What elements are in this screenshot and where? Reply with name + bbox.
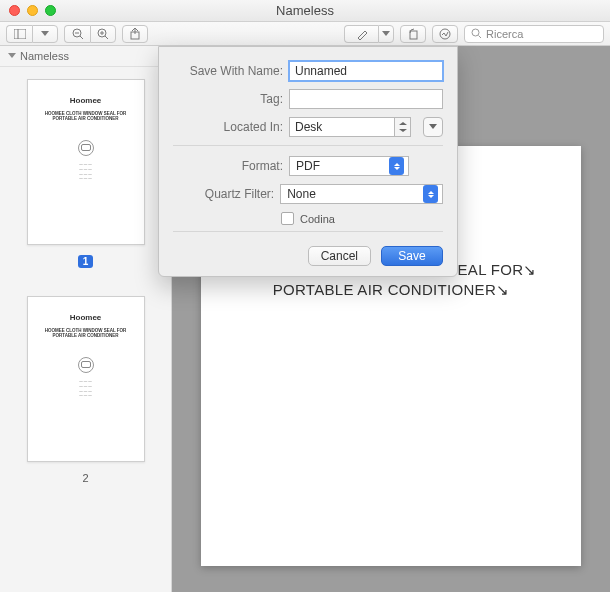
thumbnail-list: Hoomee HOOMEE CLOTH WINDOW SEAL FOR PORT… xyxy=(0,67,171,592)
thumbnail-page-2[interactable]: Hoomee HOOMEE CLOTH WINDOW SEAL FOR PORT… xyxy=(27,296,145,484)
thumb-subtitle: HOOMEE CLOTH WINDOW SEAL FOR PORTABLE AI… xyxy=(36,328,136,339)
search-field[interactable]: Ricerca xyxy=(464,25,604,43)
svg-line-7 xyxy=(105,36,108,39)
tag-input[interactable] xyxy=(289,89,443,109)
thumb-brand: Hoomee xyxy=(36,313,136,322)
thumb-icon xyxy=(78,357,94,373)
format-label: Format: xyxy=(173,159,283,173)
cancel-button[interactable]: Cancel xyxy=(308,246,371,266)
svg-marker-18 xyxy=(399,122,407,125)
svg-marker-17 xyxy=(8,53,16,58)
svg-line-4 xyxy=(80,36,83,39)
view-dropdown-button[interactable] xyxy=(32,25,58,43)
svg-marker-12 xyxy=(382,31,390,36)
svg-marker-2 xyxy=(41,31,49,36)
page-number-badge: 1 xyxy=(78,255,94,268)
svg-marker-19 xyxy=(399,129,407,132)
thumb-brand: Hoomee xyxy=(36,96,136,105)
sidebar-header[interactable]: Nameless xyxy=(0,46,171,67)
location-combo[interactable] xyxy=(289,117,395,137)
encrypt-label: Codina xyxy=(300,213,335,225)
annotate-dropdown-button[interactable] xyxy=(378,25,394,43)
tag-label: Tag: xyxy=(173,92,283,106)
sidebar-toggle-button[interactable] xyxy=(6,25,32,43)
svg-rect-13 xyxy=(410,31,417,39)
titlebar: Nameless xyxy=(0,0,610,22)
popup-arrows-icon xyxy=(389,157,404,175)
svg-rect-0 xyxy=(14,29,26,39)
thumb-text: — — —— — —— — —— — — xyxy=(36,162,136,182)
page-number: 2 xyxy=(27,472,145,484)
expand-location-button[interactable] xyxy=(423,117,443,137)
save-button[interactable]: Save xyxy=(381,246,443,266)
markup-toolbar-button[interactable] xyxy=(432,25,458,43)
window-title: Nameless xyxy=(0,3,610,18)
quartz-filter-value: None xyxy=(287,187,316,201)
divider xyxy=(173,231,443,232)
location-dropdown-icon[interactable] xyxy=(395,117,411,137)
format-popup[interactable]: PDF xyxy=(289,156,409,176)
encrypt-checkbox[interactable] xyxy=(281,212,294,225)
thumbnails-sidebar: Nameless Hoomee HOOMEE CLOTH WINDOW SEAL… xyxy=(0,46,172,592)
quartz-filter-label: Quartz Filter: xyxy=(173,187,274,201)
format-value: PDF xyxy=(296,159,320,173)
location-label: Located In: xyxy=(173,120,283,134)
svg-point-15 xyxy=(472,29,479,36)
zoom-group xyxy=(64,25,116,43)
zoom-in-button[interactable] xyxy=(90,25,116,43)
search-placeholder: Ricerca xyxy=(486,28,523,40)
toolbar: Ricerca xyxy=(0,22,610,46)
popup-arrows-icon xyxy=(423,185,438,203)
thumb-text: — — —— — —— — —— — — xyxy=(36,379,136,399)
save-name-label: Save With Name: xyxy=(173,64,283,78)
thumbnail-page-1[interactable]: Hoomee HOOMEE CLOTH WINDOW SEAL FOR PORT… xyxy=(27,79,145,268)
svg-line-16 xyxy=(479,36,482,39)
zoom-out-button[interactable] xyxy=(64,25,90,43)
thumb-icon xyxy=(78,140,94,156)
thumb-subtitle: HOOMEE CLOTH WINDOW SEAL FOR PORTABLE AI… xyxy=(36,111,136,122)
rotate-button[interactable] xyxy=(400,25,426,43)
quartz-filter-popup[interactable]: None xyxy=(280,184,443,204)
chevron-down-icon xyxy=(8,53,16,59)
divider xyxy=(173,145,443,146)
markup-group xyxy=(344,25,394,43)
save-name-input[interactable] xyxy=(289,61,443,81)
sidebar-title: Nameless xyxy=(20,50,69,62)
svg-marker-20 xyxy=(429,124,437,129)
save-sheet: Save With Name: Tag: Located In: Format:… xyxy=(158,46,458,277)
share-button[interactable] xyxy=(122,25,148,43)
annotate-button[interactable] xyxy=(344,25,378,43)
search-icon xyxy=(471,28,482,39)
view-mode-group xyxy=(6,25,58,43)
